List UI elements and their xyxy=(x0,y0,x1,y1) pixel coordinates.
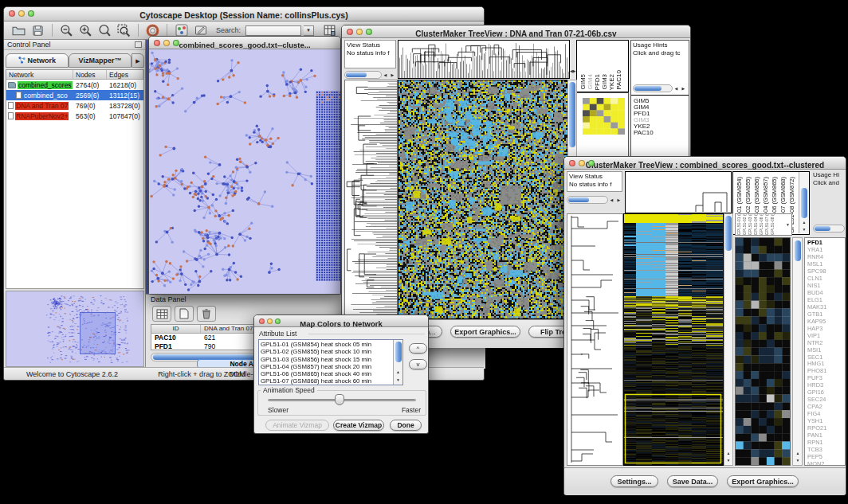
dialog-titlebar[interactable]: Map Colors to Network xyxy=(254,315,428,327)
scroll-thumb[interactable] xyxy=(634,86,662,91)
open-file-button[interactable] xyxy=(10,23,27,38)
treeview1-titlebar[interactable]: ClusterMaker TreeView : DNA and Tran 07-… xyxy=(342,25,690,38)
attribute-list-scrollbar[interactable]: ▲ ▼ xyxy=(393,340,402,385)
create-vizmap-button[interactable]: Create Vizmap xyxy=(333,420,384,431)
tab-vizmapper[interactable]: VizMapper™ xyxy=(69,53,132,68)
settings-button[interactable]: Settings... xyxy=(610,475,658,487)
scroll-down-icon[interactable]: ▼ xyxy=(724,457,732,464)
save-button[interactable] xyxy=(29,23,46,38)
float-panel-icon[interactable] xyxy=(135,41,142,48)
column-header[interactable]: Edges xyxy=(107,70,143,79)
network-row[interactable]: combined_scores 2764(0) 16218(0) xyxy=(6,80,143,90)
attribute-list-item[interactable]: GPL51-02 (GSM855) heat shock 10 min xyxy=(261,348,392,355)
column-header[interactable]: Nodes xyxy=(73,70,107,79)
scroll-right-icon[interactable]: ▶ xyxy=(389,71,396,79)
zoom-selected-icon[interactable] xyxy=(116,23,132,38)
done-button[interactable]: Done xyxy=(390,420,422,431)
matrix-column-label[interactable]: YKE2 xyxy=(608,74,615,90)
scroll-thumb[interactable] xyxy=(569,82,575,147)
scroll-left-icon[interactable]: ◀ xyxy=(673,84,680,92)
scroll-thumb[interactable] xyxy=(346,72,367,77)
matrix-row-label[interactable]: PAC10 xyxy=(634,130,689,136)
chevron-down-icon[interactable]: ▼ xyxy=(786,222,790,227)
scroll-up-icon[interactable]: ▲ xyxy=(724,450,732,457)
scroll-left-icon[interactable]: ◀ xyxy=(382,71,389,79)
scroll-right-icon[interactable]: ▶ xyxy=(615,196,622,204)
minimize-button[interactable] xyxy=(267,318,273,324)
scroll-thumb[interactable] xyxy=(801,188,807,218)
usage-hints-scrollbar[interactable] xyxy=(813,224,845,233)
row-dendrogram-canvas[interactable] xyxy=(567,213,623,466)
usage-hints-scrollbar[interactable]: ◀▶ xyxy=(633,84,687,93)
matrix-column-label[interactable]: GIM5 xyxy=(579,74,587,90)
zoom-heatmap-canvas[interactable] xyxy=(735,237,791,466)
scroll-thumb[interactable] xyxy=(795,240,801,261)
zoom-out-icon[interactable] xyxy=(58,23,75,38)
matrix-column-label[interactable]: GIM4 xyxy=(587,74,594,90)
close-button[interactable] xyxy=(259,318,265,324)
column-dendrogram-canvas[interactable] xyxy=(625,171,732,213)
scroll-right-icon[interactable]: ▶ xyxy=(680,84,687,92)
move-up-button[interactable]: ^ xyxy=(409,343,427,354)
maximize-button[interactable] xyxy=(275,318,281,324)
attribute-list-item[interactable]: GPL51-07 (GSM868) heat shock 60 min xyxy=(261,377,392,385)
scroll-thumb[interactable] xyxy=(568,197,589,202)
close-button[interactable] xyxy=(569,160,575,166)
export-graphics-button[interactable]: Export Graphics... xyxy=(450,326,520,338)
maximize-button[interactable] xyxy=(366,29,372,35)
scroll-up-icon[interactable]: ▲ xyxy=(395,369,402,376)
save-data-button[interactable]: Save Data... xyxy=(667,475,718,487)
maximize-button[interactable] xyxy=(588,160,595,166)
view-status-scrollbar[interactable]: ◀▶ xyxy=(567,195,622,205)
close-button[interactable] xyxy=(9,10,15,17)
scroll-left-icon[interactable]: ◀ xyxy=(608,196,615,204)
search-input[interactable] xyxy=(245,25,301,36)
minimize-button[interactable] xyxy=(18,10,25,17)
scroll-thumb[interactable] xyxy=(725,216,732,251)
attribute-list-item[interactable]: GPL51-06 (GSM865) heat shock 40 min xyxy=(261,370,392,377)
view-status-scrollbar[interactable]: ◀▶ xyxy=(344,70,396,80)
column-labels-scrollbar[interactable]: ▲ ▼ xyxy=(799,172,809,233)
tab-network[interactable]: Network xyxy=(6,53,69,68)
delete-attribute-icon[interactable] xyxy=(197,306,216,322)
scroll-down-icon[interactable]: ▼ xyxy=(794,457,802,464)
zoom-in-icon[interactable] xyxy=(77,23,94,38)
matrix-column-label[interactable]: PAC10 xyxy=(615,70,622,90)
attribute-list-item[interactable]: GPL51-04 (GSM857) heat shock 20 min xyxy=(261,363,392,370)
attribute-select-button[interactable] xyxy=(152,306,171,322)
scroll-down-icon[interactable]: ▼ xyxy=(395,377,402,384)
network-overview-panel[interactable] xyxy=(6,291,144,367)
export-graphics-button[interactable]: Export Graphics... xyxy=(727,475,799,487)
scroll-up-icon[interactable]: ▲ xyxy=(800,219,808,226)
id-column-header[interactable]: ID xyxy=(151,325,201,333)
zoom-fit-icon[interactable] xyxy=(96,23,113,38)
heatmap-canvas[interactable] xyxy=(623,213,724,466)
minimize-button[interactable] xyxy=(356,29,363,35)
treeview2-titlebar[interactable]: ClusterMaker TreeView : combined_scores_… xyxy=(564,157,846,170)
close-button[interactable] xyxy=(347,29,353,35)
scroll-down-icon[interactable]: ▼ xyxy=(800,226,808,233)
attribute-list-item[interactable]: GPL51-01 (GSM854) heat shock 05 min xyxy=(261,341,392,348)
close-button[interactable] xyxy=(154,40,160,46)
network-row[interactable]: combined_sco 2569(6) 13112(15) xyxy=(6,90,143,100)
network-view-canvas[interactable] xyxy=(149,49,340,294)
scroll-thumb[interactable] xyxy=(815,226,830,231)
column-dendrogram-canvas[interactable] xyxy=(398,40,570,79)
network-overview-canvas[interactable] xyxy=(6,291,143,366)
minimize-button[interactable] xyxy=(163,40,170,46)
search-dropdown-button[interactable]: ▼ xyxy=(304,25,314,36)
row-dendrogram-canvas[interactable] xyxy=(344,80,398,319)
matrix-column-label[interactable]: GIM3 xyxy=(601,74,608,90)
similarity-matrix-canvas[interactable] xyxy=(583,98,625,135)
pane-arrows[interactable]: ◀▶ xyxy=(570,68,576,73)
matrix-column-label[interactable]: PFD1 xyxy=(594,74,601,90)
new-attribute-button[interactable] xyxy=(175,306,194,322)
network-view-titlebar[interactable]: combined_scores_good.txt--cluste... xyxy=(149,37,340,49)
network-row[interactable]: RNAPuberNov2+ 563(0) 107847(0) xyxy=(6,111,143,121)
move-down-button[interactable]: v xyxy=(409,359,427,369)
gene-label[interactable]: MON2 xyxy=(807,461,845,466)
network-row[interactable]: DNA and Tran 07 769(0) 183728(0) xyxy=(6,100,143,111)
attribute-list-item[interactable]: GPL51-03 (GSM856) heat shock 15 min xyxy=(261,356,392,363)
tab-overflow-button[interactable]: ▶ xyxy=(132,53,144,68)
zoom-vscrollbar[interactable]: ▲ ▼ xyxy=(792,237,803,466)
